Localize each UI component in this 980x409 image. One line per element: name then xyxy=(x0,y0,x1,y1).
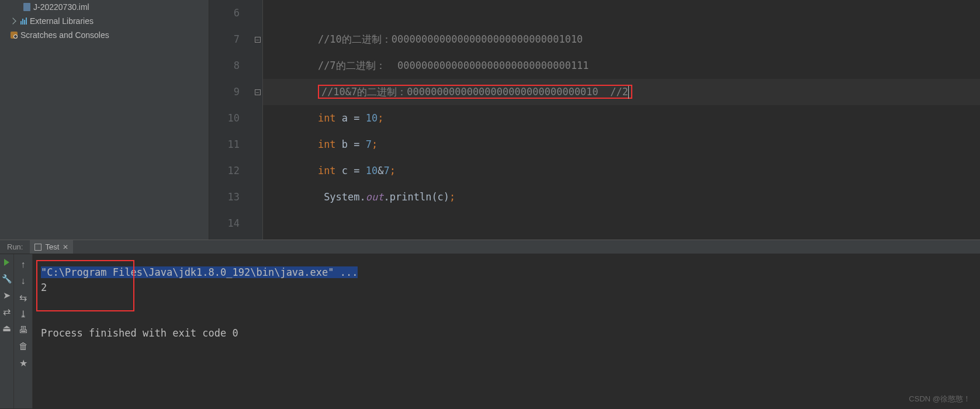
fold-collapse-icon[interactable]: − xyxy=(255,37,261,43)
code-area[interactable]: //10的二进制：0000000000000000000000000000101… xyxy=(263,0,980,240)
code-line: int b = 7; xyxy=(263,131,980,158)
tree-item-label: Scratches and Consoles xyxy=(20,30,109,40)
tree-item-iml[interactable]: J-20220730.iml xyxy=(0,0,209,14)
code-line: //10的二进制：0000000000000000000000000000101… xyxy=(263,26,980,53)
code-line: System.out.println(c); xyxy=(263,184,980,210)
soft-wrap-button[interactable]: ⇆ xyxy=(14,289,32,306)
print-button[interactable]: 🖶 xyxy=(14,322,32,338)
rerun-button[interactable] xyxy=(0,254,13,271)
tree-item-label: External Libraries xyxy=(30,16,94,26)
scroll-end-button[interactable]: ⤓ xyxy=(14,306,32,322)
code-line xyxy=(263,210,980,237)
down-button[interactable]: ↓ xyxy=(14,273,32,289)
fold-collapse-icon[interactable]: − xyxy=(255,89,261,95)
line-gutter[interactable]: 6 7 8 9 10 11 12 13 14 xyxy=(209,0,252,240)
settings-button[interactable]: 🔧 xyxy=(0,271,13,287)
run-tab-label: Test xyxy=(45,242,59,251)
comment-text: //7的二进制： 0000000000000000000000000000011… xyxy=(318,60,589,71)
run-panel-label: Run: xyxy=(0,242,30,251)
project-tree[interactable]: J-20220730.iml External Libraries Scratc… xyxy=(0,0,209,240)
pin-icon[interactable] xyxy=(34,244,41,251)
line-number: 8 xyxy=(209,53,252,79)
code-line: //7的二进制： 0000000000000000000000000000011… xyxy=(263,53,980,79)
run-tab[interactable]: Test ✕ xyxy=(30,240,73,254)
comment-text: //10的二进制：0000000000000000000000000000101… xyxy=(318,33,583,45)
tree-item-label: J-20220730.iml xyxy=(33,2,89,12)
line-number: 9 xyxy=(209,79,252,105)
layout-button[interactable]: ⇄ xyxy=(0,303,13,320)
console-line xyxy=(41,295,972,310)
play-icon xyxy=(4,259,9,266)
close-icon[interactable]: ✕ xyxy=(63,243,68,251)
tree-item-scratches[interactable]: Scratches and Consoles xyxy=(0,28,209,42)
code-line: int c = 10&7; xyxy=(263,158,980,184)
line-number: 13 xyxy=(209,184,252,210)
code-editor[interactable]: 6 7 8 9 10 11 12 13 14 − − //10的二进制：0000… xyxy=(209,0,980,240)
line-number: 12 xyxy=(209,158,252,184)
external-libraries-icon xyxy=(20,18,27,25)
line-number: 6 xyxy=(209,0,252,26)
file-icon xyxy=(23,3,30,11)
watermark: CSDN @徐憨憨！ xyxy=(909,394,971,404)
run-secondary-toolbar: ↑ ↓ ⇆ ⤓ 🖶 🗑 ★ xyxy=(14,254,33,408)
comment-text: //10&7的二进制：00000000000000000000000000000… xyxy=(321,86,628,98)
code-line xyxy=(263,0,980,26)
stop-button[interactable]: ➤ xyxy=(0,287,13,303)
line-number: 7 xyxy=(209,26,252,53)
console-output[interactable]: "C:\Program Files\Java\jdk1.8.0_192\bin\… xyxy=(33,254,980,408)
up-button[interactable]: ↑ xyxy=(14,257,32,273)
code-line-current: //10&7的二进制：00000000000000000000000000000… xyxy=(263,79,980,105)
run-primary-toolbar: 🔧 ➤ ⇄ ⏏ xyxy=(0,254,14,408)
fold-column[interactable]: − − xyxy=(252,0,263,240)
run-panel-body: 🔧 ➤ ⇄ ⏏ ↑ ↓ ⇆ ⤓ 🖶 🗑 ★ "C:\Program Files\… xyxy=(0,254,980,408)
scratches-icon xyxy=(11,32,18,39)
highlight-box: //10&7的二进制：00000000000000000000000000000… xyxy=(318,85,632,99)
console-line: "C:\Program Files\Java\jdk1.8.0_192\bin\… xyxy=(41,265,972,280)
console-line: 2 xyxy=(41,280,972,295)
highlight-box xyxy=(36,260,134,311)
code-line: int a = 10; xyxy=(263,105,980,131)
line-number: 11 xyxy=(209,131,252,158)
exit-button[interactable]: ⏏ xyxy=(0,320,13,336)
line-number: 14 xyxy=(209,210,252,237)
line-number: 10 xyxy=(209,105,252,131)
console-exit-line: Process finished with exit code 0 xyxy=(41,325,972,341)
tree-item-external-libraries[interactable]: External Libraries xyxy=(0,14,209,28)
chevron-right-icon xyxy=(9,18,16,24)
clear-button[interactable]: 🗑 xyxy=(14,338,32,355)
filter-button[interactable]: ★ xyxy=(14,355,32,371)
console-line xyxy=(41,310,972,325)
run-panel-header[interactable]: Run: Test ✕ xyxy=(0,240,980,254)
editor-cursor xyxy=(628,86,629,99)
